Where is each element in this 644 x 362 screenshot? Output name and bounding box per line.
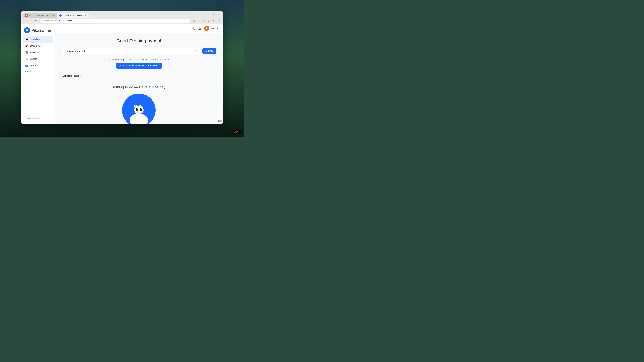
search-icon[interactable]: 🔍	[191, 26, 196, 31]
menu-icon[interactable]: ≡	[217, 19, 221, 23]
svg-rect-7	[136, 109, 138, 111]
app-logo: V Vikunja	[21, 26, 55, 36]
overview-icon: 📅	[25, 38, 28, 41]
vikunja-tab-label: Current Tasks | Vikunja	[62, 14, 83, 17]
import-button[interactable]: IMPORT YOUR DATA INTO VIKUNJA	[116, 63, 162, 68]
security-warning: ⚠ Not secure	[42, 20, 53, 22]
not-secure-label: Not secure	[44, 20, 53, 22]
notification-icon[interactable]: 🔔	[198, 26, 202, 31]
close-button[interactable]: ✕	[217, 13, 221, 17]
task-input-wrapper: ≡ ?	[62, 48, 200, 55]
tab-proxmox[interactable]: ✕ ayush - Proxmox Virtual Environme... ✕	[23, 13, 57, 18]
llama-circle	[122, 93, 156, 124]
proxmox-favicon: ✕	[25, 14, 28, 17]
svg-rect-8	[140, 109, 142, 111]
logo-icon: V	[24, 27, 30, 33]
svg-point-3	[136, 111, 142, 114]
address-bar[interactable]: ⚠ Not secure 192.168.29.82:3456	[40, 19, 190, 23]
overview-label: Overview	[30, 38, 40, 41]
vikunja-tab-close[interactable]: ✕	[84, 14, 86, 17]
forward-button[interactable]: →	[29, 19, 33, 23]
sidebar-nav: 📅 Overview 📆 Upcoming 📚 Projects 🏷️ Labe…	[21, 36, 55, 69]
sidebar: V Vikunja 📅 Overview 📆 Upcoming 📚	[21, 24, 55, 124]
powered-by-text: Powered by Vikunja	[24, 118, 40, 120]
task-input[interactable]	[67, 50, 192, 53]
app-content: V Vikunja 📅 Overview 📆 Upcoming 📚	[21, 24, 223, 124]
help-icon[interactable]: ?	[194, 49, 198, 53]
page-wrapper: 🔍 🔔 A ayush ▾ Good Evening ayush! ≡ ?	[55, 24, 223, 124]
brave-shield-icon[interactable]: 🛡	[202, 19, 206, 23]
user-name[interactable]: ayush ▾	[212, 27, 220, 30]
sidebar-inbox[interactable]: Inbox	[23, 69, 53, 74]
music-icon[interactable]: ♪	[207, 19, 211, 23]
main-content: Good Evening ayush! ≡ ? + ADD Import you…	[55, 33, 223, 124]
task-list-icon: ≡	[64, 50, 66, 53]
warning-icon: ⚠	[42, 20, 43, 22]
sidebar-item-overview[interactable]: 📅 Overview	[23, 36, 53, 42]
llama-svg	[124, 97, 154, 124]
user-avatar[interactable]: A	[204, 26, 210, 31]
current-tasks-title: Current Tasks	[62, 74, 216, 78]
browser-window: ✕ ayush - Proxmox Virtual Environme... ✕…	[21, 11, 223, 124]
xda-watermark: ⊡XDA	[233, 130, 242, 134]
projects-label: Projects	[30, 51, 38, 54]
logo-text: Vikunja	[32, 28, 44, 32]
empty-state: Nothing to do — Have a nice day!	[62, 82, 216, 124]
address-url: 192.168.29.82:3456	[54, 19, 188, 22]
task-input-row: ≡ ? + ADD	[62, 48, 216, 55]
add-task-button[interactable]: + ADD	[202, 48, 216, 54]
labels-label: Labels	[30, 58, 37, 60]
share-icon[interactable]: ↗	[197, 19, 201, 23]
proxmox-tab-close[interactable]: ✕	[52, 14, 55, 17]
upcoming-label: Upcoming	[30, 44, 40, 47]
svg-point-6	[137, 109, 137, 109]
sidebar-item-upcoming[interactable]: 📆 Upcoming	[23, 43, 53, 49]
sidebar-footer: Powered by Vikunja	[21, 116, 55, 122]
tab-vikunja[interactable]: V Current Tasks | Vikunja ✕	[57, 13, 88, 18]
minimize-button[interactable]: −	[208, 13, 212, 17]
svg-text:⊡XDA: ⊡XDA	[234, 131, 238, 133]
greeting-text: Good Evening ayush!	[62, 38, 216, 43]
hamburger-menu[interactable]	[48, 28, 52, 32]
sidebar-item-teams[interactable]: 👥 Teams	[23, 62, 53, 69]
page-header-bar: 🔍 🔔 A ayush ▾	[55, 24, 223, 33]
sidebar-item-labels[interactable]: 🏷️ Labels	[23, 56, 53, 62]
upcoming-icon: 📆	[25, 44, 28, 47]
import-section: Import your projects and tasks from othe…	[62, 58, 216, 68]
bookmark-icon[interactable]: 🔖	[192, 19, 196, 23]
browser-tabs: ✕ ayush - Proxmox Virtual Environme... ✕…	[23, 13, 206, 18]
import-description: Import your projects and tasks from othe…	[62, 58, 216, 61]
teams-icon: 👥	[25, 64, 28, 67]
llama-illustration	[65, 93, 213, 124]
sidebar-item-projects[interactable]: 📚 Projects	[23, 49, 53, 56]
nav-extras: 🔖 ↗ 🛡 ♪ ⬇ ≡	[192, 19, 221, 23]
vikunja-favicon: V	[59, 14, 62, 17]
projects-icon: 📚	[25, 51, 28, 54]
proxmox-tab-label: ayush - Proxmox Virtual Environme...	[29, 14, 52, 17]
empty-state-text: Nothing to do — Have a nice day!	[65, 85, 213, 89]
browser-titlebar: ✕ ayush - Proxmox Virtual Environme... ✕…	[21, 11, 223, 18]
new-tab-button[interactable]: +	[89, 13, 94, 17]
labels-icon: 🏷️	[25, 57, 28, 60]
current-tasks-section: Current Tasks Nothing to do — Have a nic…	[62, 74, 216, 124]
maximize-button[interactable]: □	[212, 13, 216, 17]
window-controls: − □ ✕	[208, 13, 221, 18]
teams-label: Teams	[30, 64, 37, 67]
download-icon[interactable]: ⬇	[212, 19, 216, 23]
reload-button[interactable]: ↻	[34, 19, 38, 23]
back-button[interactable]: ←	[23, 19, 27, 23]
browser-navbar: ← → ↻ ⚠ Not secure 192.168.29.82:3456 🔖 …	[21, 18, 223, 24]
keyboard-icon[interactable]: ⌨	[218, 120, 222, 122]
